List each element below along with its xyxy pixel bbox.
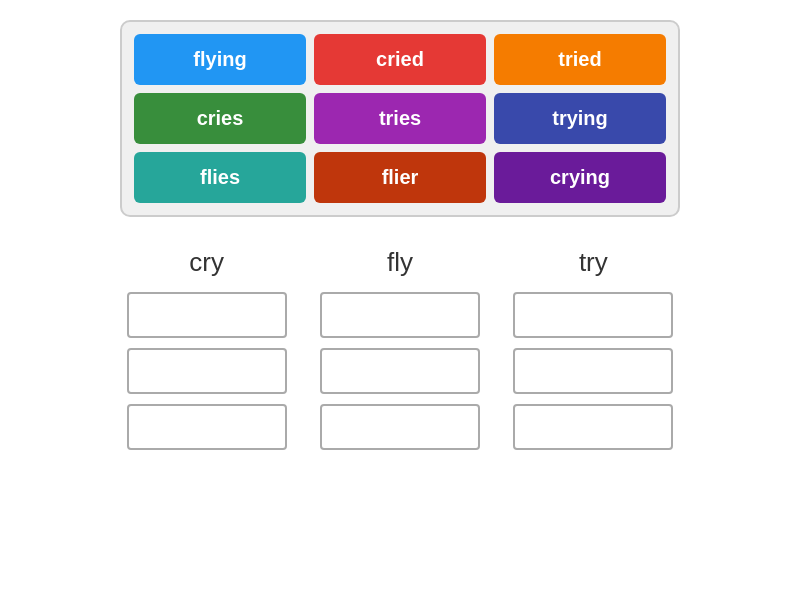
categories-container: cryflytry [120,247,680,450]
tile-cried[interactable]: cried [314,34,486,85]
tile-trying[interactable]: trying [494,93,666,144]
tile-flying[interactable]: flying [134,34,306,85]
tile-flies[interactable]: flies [134,152,306,203]
tile-tries[interactable]: tries [314,93,486,144]
drop-box-fly-3[interactable] [320,404,480,450]
category-fly: fly [313,247,486,450]
drop-box-try-2[interactable] [513,348,673,394]
category-label-fly: fly [387,247,413,278]
tile-flier[interactable]: flier [314,152,486,203]
tiles-container: flyingcriedtriedcriestriestryingfliesfli… [120,20,680,217]
category-label-cry: cry [189,247,224,278]
drop-box-fly-1[interactable] [320,292,480,338]
category-cry: cry [120,247,293,450]
drop-box-fly-2[interactable] [320,348,480,394]
tile-cries[interactable]: cries [134,93,306,144]
drop-box-cry-3[interactable] [127,404,287,450]
tile-crying[interactable]: crying [494,152,666,203]
drop-box-try-3[interactable] [513,404,673,450]
drop-box-cry-2[interactable] [127,348,287,394]
tile-tried[interactable]: tried [494,34,666,85]
category-label-try: try [579,247,608,278]
drop-box-cry-1[interactable] [127,292,287,338]
drop-box-try-1[interactable] [513,292,673,338]
category-try: try [507,247,680,450]
